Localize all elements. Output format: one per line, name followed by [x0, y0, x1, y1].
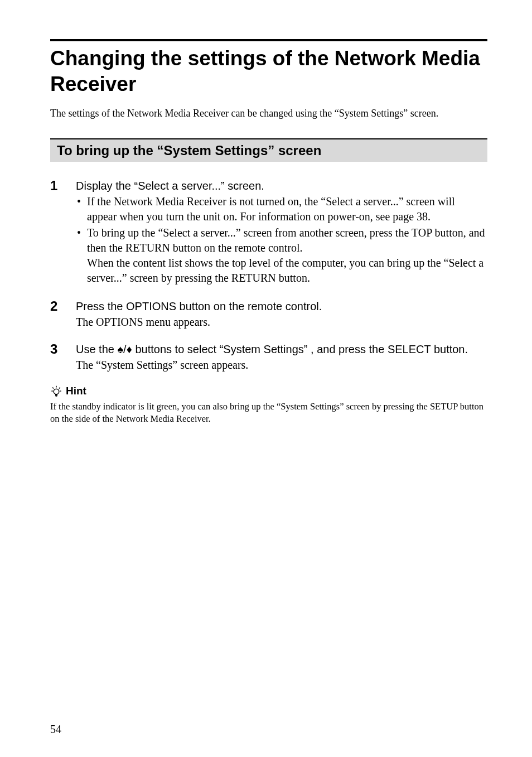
- step-number: 2: [50, 299, 76, 330]
- step-instruction: Display the “Select a server...” screen.: [76, 179, 487, 193]
- step-instruction-prefix: Use the: [76, 343, 117, 355]
- step-body: Press the OPTIONS button on the remote c…: [76, 299, 487, 330]
- hint-text: If the standby indicator is lit green, y…: [50, 401, 487, 426]
- up-arrow-icon: ♠: [117, 343, 123, 355]
- step-3: 3 Use the ♠/♦ buttons to select “System …: [50, 342, 487, 373]
- top-rule: [50, 39, 487, 41]
- section-heading: To bring up the “System Settings” screen: [50, 138, 487, 162]
- intro-text: The settings of the Network Media Receiv…: [50, 108, 487, 119]
- step-result: The “System Settings” screen appears.: [76, 358, 487, 373]
- step-number: 1: [50, 179, 76, 287]
- hint-bulb-icon: [50, 385, 62, 397]
- step-number: 3: [50, 342, 76, 373]
- svg-point-0: [54, 389, 59, 394]
- step-body: Use the ♠/♦ buttons to select “System Se…: [76, 342, 487, 373]
- hint-label: Hint: [66, 385, 86, 397]
- step-body: Display the “Select a server...” screen.…: [76, 179, 487, 287]
- hint-title: Hint: [50, 385, 86, 397]
- step-1: 1 Display the “Select a server...” scree…: [50, 179, 487, 287]
- page-title: Changing the settings of the Network Med…: [50, 46, 487, 98]
- bullet-item: If the Network Media Receiver is not tur…: [76, 194, 487, 224]
- step-instruction: Use the ♠/♦ buttons to select “System Se…: [76, 342, 487, 356]
- bullet-list: If the Network Media Receiver is not tur…: [76, 194, 487, 286]
- svg-line-3: [59, 387, 60, 388]
- svg-line-2: [52, 387, 54, 388]
- hint-block: Hint If the standby indicator is lit gre…: [50, 385, 487, 426]
- down-arrow-icon: ♦: [127, 343, 132, 355]
- bullet-item: To bring up the “Select a server...” scr…: [76, 225, 487, 286]
- svg-rect-6: [55, 394, 57, 396]
- page-number: 54: [50, 723, 61, 736]
- step-instruction-suffix: buttons to select “System Settings” , an…: [132, 343, 468, 355]
- step-instruction: Press the OPTIONS button on the remote c…: [76, 299, 487, 314]
- step-result: The OPTIONS menu appears.: [76, 315, 487, 330]
- step-2: 2 Press the OPTIONS button on the remote…: [50, 299, 487, 330]
